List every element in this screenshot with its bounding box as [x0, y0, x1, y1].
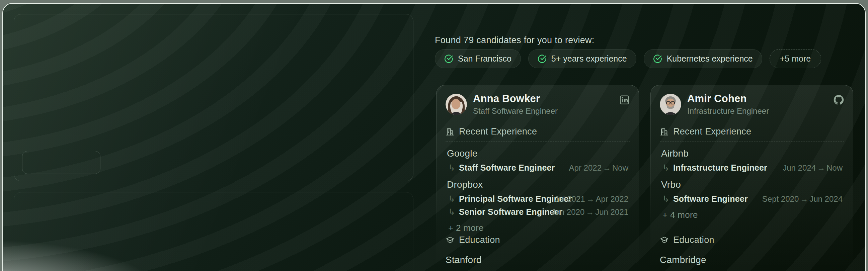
candidate-cards-row: Anna Bowker Staff Software Engineer [436, 85, 853, 271]
filter-chips-row: San Francisco 5+ years experience Kubern… [435, 49, 821, 68]
date-arrow-icon [841, 270, 844, 271]
role-dates: Apr 2022→Now [569, 163, 628, 173]
degree-title: BSc Computer Science [672, 269, 765, 271]
experience-entry: Vrbo ↳ Software Engineer Sept 2020→Jun 2… [661, 179, 842, 204]
card-header: Amir Cohen Infrastructure Engineer [660, 85, 844, 116]
section-title: Recent Experience [673, 127, 751, 137]
filter-chip-more[interactable]: +5 more [770, 49, 821, 68]
check-circle-icon [537, 54, 547, 63]
experience-entry: Dropbox ↳ Principal Software Engineer Ju… [447, 179, 628, 217]
graduation-cap-icon [445, 236, 455, 244]
degree-row: ↳ BSc Computer Science Sept 201 [661, 269, 844, 271]
company-name: Google [447, 148, 628, 159]
graduation-cap-icon [660, 236, 669, 244]
role-dates: Jul 2021→Apr 2022 [555, 194, 628, 204]
role-title: Senior Software Engineer [459, 207, 562, 217]
check-circle-icon [653, 54, 662, 63]
role-row: ↳ Software Engineer Sept 2020→Jun 2024 [662, 194, 842, 204]
experience-list: Google ↳ Staff Software Engineer Apr 202… [445, 148, 630, 233]
github-icon[interactable] [834, 95, 844, 105]
app-window: Found 79 candidates for you to review: S… [2, 3, 866, 271]
chip-label: Kubernetes experience [667, 54, 753, 64]
branch-arrow-icon: ↳ [448, 207, 455, 217]
more-experience-link[interactable]: + 4 more [662, 210, 842, 220]
experience-list: Airbnb ↳ Infrastructure Engineer Jun 202… [660, 148, 844, 220]
page-background: Found 79 candidates for you to review: S… [0, 0, 868, 271]
chip-label: San Francisco [458, 54, 512, 64]
role-title: Software Engineer [673, 194, 748, 204]
role-dates: Sept 2020→Jun 2024 [762, 194, 842, 204]
branch-arrow-icon: ↳ [448, 194, 455, 204]
chip-label: +5 more [780, 54, 811, 64]
check-circle-icon [444, 54, 453, 63]
section-title: Recent Experience [459, 127, 537, 137]
canvas-divider [14, 143, 413, 143]
more-experience-link[interactable]: + 2 more [448, 223, 628, 233]
education-section-header: Education [445, 235, 630, 245]
role-dates: Jun 2024→Now [783, 163, 842, 173]
branch-arrow-icon: ↳ [448, 163, 455, 173]
candidate-card[interactable]: Anna Bowker Staff Software Engineer [436, 85, 639, 271]
experience-entry: Airbnb ↳ Infrastructure Engineer Jun 202… [661, 148, 842, 173]
education-entry: Stanford ↳ MSc Computer Science Sept 201… [445, 255, 630, 271]
results-heading: Found 79 candidates for you to review: [435, 35, 594, 45]
building-icon [445, 127, 455, 136]
date-arrow-icon: → [585, 194, 596, 203]
canvas-panel [14, 14, 413, 181]
candidate-title: Infrastructure Engineer [687, 106, 769, 116]
section-title: Education [459, 235, 500, 245]
canvas-input-box [22, 151, 100, 174]
degree-dates: Sept 2012→Jul 2017 [552, 270, 630, 271]
filter-chip-experience-years[interactable]: 5+ years experience [528, 49, 637, 68]
role-title: Infrastructure Engineer [673, 163, 767, 173]
company-name: Airbnb [661, 148, 842, 159]
branch-arrow-icon: ↳ [661, 269, 668, 271]
filter-chip-kubernetes[interactable]: Kubernetes experience [644, 49, 762, 68]
experience-entry: Google ↳ Staff Software Engineer Apr 202… [447, 148, 628, 173]
date-arrow-icon: → [588, 270, 599, 271]
company-name: Dropbox [447, 179, 628, 190]
school-name: Stanford [445, 255, 630, 265]
education-section: Education Cambridge ↳ BSc Computer Scien… [660, 235, 844, 271]
avatar [660, 94, 681, 115]
degree-dates: Sept 201 [809, 270, 844, 271]
date-arrow-icon: → [816, 163, 827, 172]
education-section: Education Stanford ↳ MSc Computer Scienc… [445, 235, 630, 271]
card-header: Anna Bowker Staff Software Engineer [445, 85, 630, 116]
role-row: ↳ Staff Software Engineer Apr 2022→Now [448, 163, 628, 173]
filter-chip-san-francisco[interactable]: San Francisco [435, 49, 521, 68]
canvas-panel-secondary [14, 192, 413, 271]
school-name: Cambridge [660, 255, 844, 265]
section-divider [660, 141, 844, 141]
building-icon [660, 127, 669, 136]
degree-row: ↳ MSc Computer Science Sept 2012→Jul 201… [447, 269, 630, 271]
candidate-name: Amir Cohen [687, 93, 769, 105]
candidate-title: Staff Software Engineer [473, 106, 558, 116]
candidate-name: Anna Bowker [473, 93, 558, 105]
role-row: ↳ Infrastructure Engineer Jun 2024→Now [662, 163, 842, 173]
role-row: ↳ Senior Software Engineer Jan 2020→Jun … [448, 207, 628, 217]
role-dates: Jan 2020→Jun 2021 [551, 207, 628, 217]
date-arrow-icon: → [601, 163, 612, 172]
education-section-header: Education [660, 235, 844, 245]
education-entry: Cambridge ↳ BSc Computer Science Sept 20… [660, 255, 844, 271]
role-title: Staff Software Engineer [459, 163, 555, 173]
linkedin-icon[interactable] [619, 95, 630, 105]
chip-label: 5+ years experience [551, 54, 627, 64]
experience-section-header: Recent Experience [445, 127, 630, 137]
degree-title: MSc Computer Science [458, 269, 552, 271]
section-divider [445, 141, 630, 141]
branch-arrow-icon: ↳ [662, 163, 670, 173]
branch-arrow-icon: ↳ [662, 194, 670, 204]
role-row: ↳ Principal Software Engineer Jul 2021→A… [448, 194, 628, 204]
date-arrow-icon: → [799, 194, 809, 203]
experience-section-header: Recent Experience [660, 127, 844, 137]
branch-arrow-icon: ↳ [447, 269, 454, 271]
candidate-card[interactable]: Amir Cohen Infrastructure Engineer Rece [650, 85, 853, 271]
section-title: Education [673, 235, 714, 245]
avatar [445, 94, 467, 115]
date-arrow-icon: → [585, 207, 595, 216]
company-name: Vrbo [661, 179, 842, 190]
